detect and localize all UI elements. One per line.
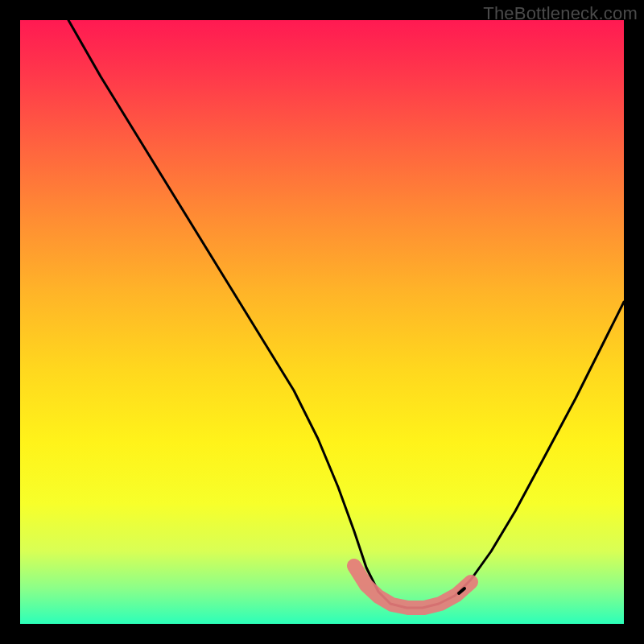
watermark-text: TheBottleneck.com <box>483 3 638 24</box>
curve-layer <box>20 20 624 624</box>
chart-frame: TheBottleneck.com <box>0 0 644 644</box>
sweet-spot-band <box>354 566 471 608</box>
bottleneck-curve <box>68 20 624 608</box>
